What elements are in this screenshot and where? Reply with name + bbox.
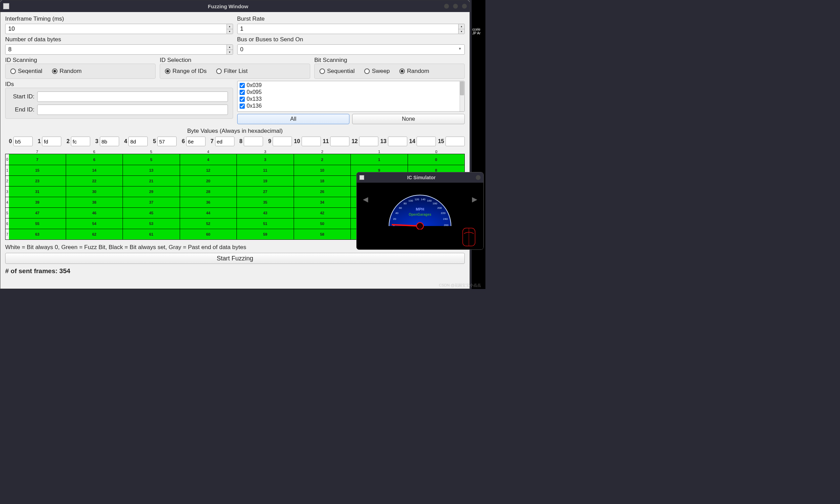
byte-input-4[interactable] bbox=[128, 137, 148, 146]
all-button[interactable]: All bbox=[237, 114, 350, 124]
bit-cell[interactable]: 35 bbox=[237, 197, 294, 207]
bit-cell[interactable]: 36 bbox=[180, 197, 237, 207]
byte-input-5[interactable] bbox=[157, 137, 177, 146]
byte-input-0[interactable] bbox=[13, 137, 33, 146]
byte-input-12[interactable] bbox=[359, 137, 378, 146]
bit-cell[interactable]: 62 bbox=[66, 229, 123, 239]
idscan-group-option-0[interactable]: Seqential bbox=[10, 68, 42, 75]
bit-cell[interactable]: 28 bbox=[180, 186, 237, 197]
bit-cell[interactable]: 50 bbox=[294, 218, 351, 229]
idlist-checkbox[interactable] bbox=[240, 90, 245, 95]
burst-down-button[interactable]: ▼ bbox=[459, 29, 464, 34]
byte-input-7[interactable] bbox=[215, 137, 234, 146]
idlist-item[interactable]: 0x095 bbox=[238, 89, 464, 96]
bit-cell[interactable]: 39 bbox=[9, 197, 66, 207]
byte-input-14[interactable] bbox=[417, 137, 436, 146]
ic-simulator-window[interactable]: IC Simulator ◀ ▶ 02040608010012014016018… bbox=[356, 172, 484, 250]
idlist-checkbox[interactable] bbox=[240, 83, 245, 88]
start-fuzzing-button[interactable]: Start Fuzzing bbox=[5, 253, 465, 264]
bit-cell[interactable]: 51 bbox=[237, 218, 294, 229]
bit-cell[interactable]: 18 bbox=[294, 176, 351, 186]
byte-input-3[interactable] bbox=[100, 137, 119, 146]
bit-cell[interactable]: 29 bbox=[123, 186, 180, 197]
burst-up-button[interactable]: ▲ bbox=[459, 24, 464, 29]
bit-cell[interactable]: 4 bbox=[180, 154, 237, 165]
idsel-group-option-1[interactable]: Filter List bbox=[216, 68, 248, 75]
bit-cell[interactable]: 30 bbox=[66, 186, 123, 197]
close-button[interactable] bbox=[462, 4, 467, 9]
idlist-item[interactable]: 0x136 bbox=[238, 103, 464, 109]
byte-input-13[interactable] bbox=[388, 137, 407, 146]
bit-cell[interactable]: 31 bbox=[9, 186, 66, 197]
bit-cell[interactable]: 23 bbox=[9, 176, 66, 186]
bytes-up-button[interactable]: ▲ bbox=[227, 45, 233, 50]
bit-cell[interactable]: 19 bbox=[237, 176, 294, 186]
bit-cell[interactable]: 42 bbox=[294, 208, 351, 218]
bit-cell[interactable]: 37 bbox=[123, 197, 180, 207]
bit-cell[interactable]: 21 bbox=[123, 176, 180, 186]
idlist-checkbox[interactable] bbox=[240, 97, 245, 102]
bit-cell[interactable]: 26 bbox=[294, 186, 351, 197]
endid-input[interactable] bbox=[37, 105, 228, 115]
bytes-input[interactable] bbox=[5, 44, 227, 55]
bit-cell[interactable]: 2 bbox=[294, 154, 351, 165]
bus-combo[interactable]: 0 bbox=[237, 44, 465, 55]
interframe-up-button[interactable]: ▲ bbox=[227, 24, 233, 29]
bit-cell[interactable]: 22 bbox=[66, 176, 123, 186]
byte-input-9[interactable] bbox=[273, 137, 292, 146]
bit-cell[interactable]: 45 bbox=[123, 208, 180, 218]
startid-input[interactable] bbox=[37, 92, 228, 102]
byte-input-2[interactable] bbox=[71, 137, 90, 146]
byte-input-10[interactable] bbox=[302, 137, 321, 146]
bit-cell[interactable]: 59 bbox=[237, 229, 294, 239]
idscan-group-option-1[interactable]: Random bbox=[52, 68, 82, 75]
bit-cell[interactable]: 63 bbox=[9, 229, 66, 239]
interframe-down-button[interactable]: ▼ bbox=[227, 29, 233, 34]
bit-cell[interactable]: 12 bbox=[180, 165, 237, 175]
bit-cell[interactable]: 0 bbox=[408, 154, 465, 165]
titlebar[interactable]: Fuzzing Window bbox=[0, 0, 470, 12]
bitscan-group-option-1[interactable]: Sweep bbox=[364, 68, 390, 75]
bit-cell[interactable]: 20 bbox=[180, 176, 237, 186]
byte-input-6[interactable] bbox=[186, 137, 206, 146]
bit-cell[interactable]: 10 bbox=[294, 165, 351, 175]
burst-input[interactable] bbox=[237, 24, 459, 34]
bit-cell[interactable]: 13 bbox=[123, 165, 180, 175]
bit-cell[interactable]: 27 bbox=[237, 186, 294, 197]
bit-cell[interactable]: 53 bbox=[123, 218, 180, 229]
bytes-down-button[interactable]: ▼ bbox=[227, 50, 233, 55]
bit-cell[interactable]: 44 bbox=[180, 208, 237, 218]
byte-input-15[interactable] bbox=[445, 137, 465, 146]
minimize-button[interactable] bbox=[444, 4, 449, 9]
sim-titlebar[interactable]: IC Simulator bbox=[357, 172, 483, 183]
bit-cell[interactable]: 15 bbox=[9, 165, 66, 175]
maximize-button[interactable] bbox=[453, 4, 458, 9]
id-filter-list[interactable]: 0x0390x0950x1330x136 bbox=[237, 81, 465, 112]
scrollbar-thumb[interactable] bbox=[460, 82, 464, 95]
bit-cell[interactable]: 58 bbox=[294, 229, 351, 239]
bit-cell[interactable]: 3 bbox=[237, 154, 294, 165]
bit-cell[interactable]: 11 bbox=[237, 165, 294, 175]
bit-cell[interactable]: 52 bbox=[180, 218, 237, 229]
bit-cell[interactable]: 5 bbox=[123, 154, 180, 165]
sim-close-button[interactable] bbox=[476, 175, 481, 180]
bitscan-group-option-0[interactable]: Sequential bbox=[319, 68, 355, 75]
bit-cell[interactable]: 43 bbox=[237, 208, 294, 218]
scrollbar-track[interactable] bbox=[460, 81, 464, 111]
bit-cell[interactable]: 6 bbox=[66, 154, 123, 165]
bit-cell[interactable]: 54 bbox=[66, 218, 123, 229]
idlist-item[interactable]: 0x133 bbox=[238, 96, 464, 103]
bit-cell[interactable]: 47 bbox=[9, 208, 66, 218]
bit-cell[interactable]: 60 bbox=[180, 229, 237, 239]
idlist-checkbox[interactable] bbox=[240, 104, 245, 109]
bit-cell[interactable]: 46 bbox=[66, 208, 123, 218]
byte-input-8[interactable] bbox=[244, 137, 263, 146]
byte-input-1[interactable] bbox=[42, 137, 61, 146]
bit-cell[interactable]: 1 bbox=[351, 154, 408, 165]
idsel-group-option-0[interactable]: Range of IDs bbox=[165, 68, 207, 75]
bit-cell[interactable]: 14 bbox=[66, 165, 123, 175]
bitscan-group-option-2[interactable]: Random bbox=[399, 68, 429, 75]
interframe-input[interactable] bbox=[5, 24, 227, 34]
byte-input-11[interactable] bbox=[330, 137, 349, 146]
bit-cell[interactable]: 7 bbox=[9, 154, 66, 165]
